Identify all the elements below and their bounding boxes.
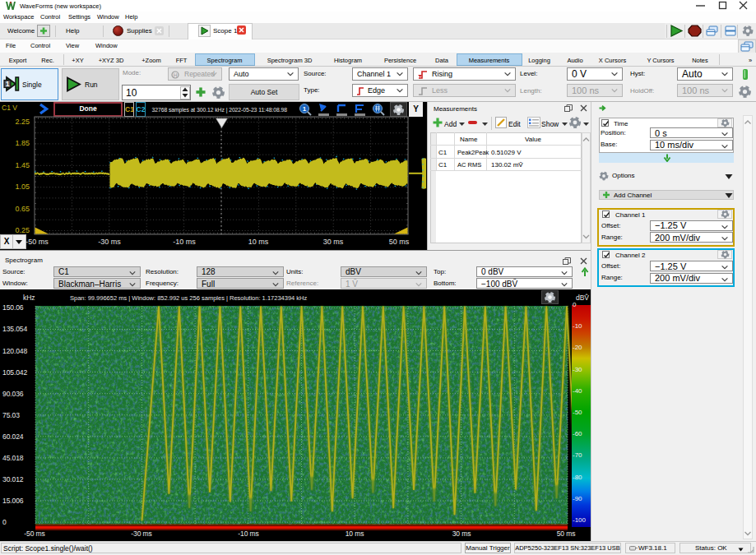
svg-text:H: H bbox=[174, 72, 178, 78]
svg-text:1: 1 bbox=[6, 80, 10, 88]
